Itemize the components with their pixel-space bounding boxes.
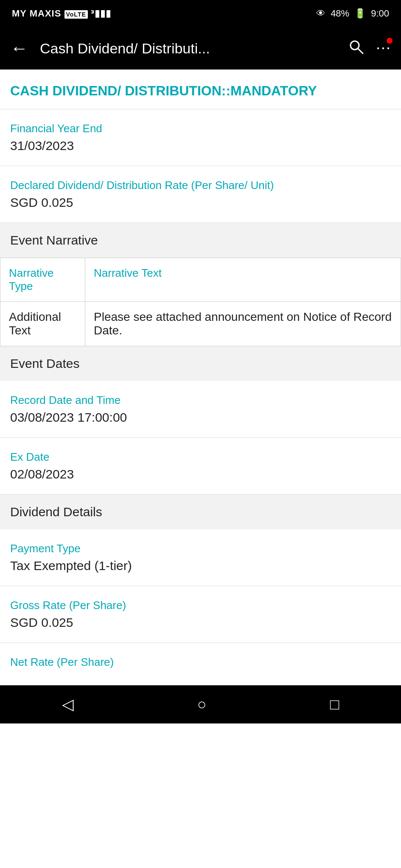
narrative-type-cell: Additional Text: [0, 302, 85, 346]
gross-rate-label: Gross Rate (Per Share): [10, 599, 391, 612]
payment-type-value: Tax Exempted (1-tier): [10, 559, 391, 573]
ex-date-label: Ex Date: [10, 451, 391, 464]
narrative-type-header: Narrative Type: [0, 258, 85, 302]
carrier-name: MY MAXIS: [12, 8, 61, 19]
financial-year-end-label: Financial Year End: [10, 122, 391, 135]
signal-strength: ᵌ▮▮▮: [91, 8, 111, 19]
record-date-label: Record Date and Time: [10, 394, 391, 407]
nav-bar: ← Cash Dividend/ Distributi... ⋯: [0, 27, 401, 70]
dividend-rate-section: Declared Dividend/ Distribution Rate (Pe…: [0, 166, 401, 223]
gross-rate-section: Gross Rate (Per Share) SGD 0.025: [0, 586, 401, 643]
back-nav-button[interactable]: ◁: [62, 696, 74, 713]
volte-badge: VoLTE: [64, 10, 88, 19]
financial-year-end-section: Financial Year End 31/03/2023: [0, 109, 401, 166]
narrative-text-cell: Please see attached announcement on Noti…: [85, 302, 401, 346]
page-title: CASH DIVIDEND/ DISTRIBUTION::MANDATORY: [0, 70, 401, 109]
net-rate-label: Net Rate (Per Share): [10, 656, 391, 669]
status-indicators: 👁 48% 🔋 9:00: [316, 8, 389, 19]
narrative-table: Narrative Type Narrative Text Additional…: [0, 258, 401, 346]
nav-icons: ⋯: [348, 39, 391, 58]
dividend-details-header: Dividend Details: [0, 495, 401, 529]
ex-date-section: Ex Date 02/08/2023: [0, 438, 401, 495]
more-button[interactable]: ⋯: [376, 39, 391, 57]
time: 9:00: [371, 8, 389, 19]
page-content: CASH DIVIDEND/ DISTRIBUTION::MANDATORY F…: [0, 70, 401, 685]
narrative-text-header: Narrative Text: [85, 258, 401, 302]
bottom-nav: ◁ ○ □: [0, 685, 401, 723]
record-date-value: 03/08/2023 17:00:00: [10, 410, 391, 425]
dividend-rate-label: Declared Dividend/ Distribution Rate (Pe…: [10, 179, 391, 192]
battery-icon: 🔋: [354, 8, 366, 19]
payment-type-label: Payment Type: [10, 542, 391, 555]
home-nav-button[interactable]: ○: [197, 696, 207, 713]
back-button[interactable]: ←: [10, 38, 28, 58]
eye-icon: 👁: [316, 8, 325, 19]
dividend-rate-value: SGD 0.025: [10, 195, 391, 210]
nav-title: Cash Dividend/ Distributi...: [40, 40, 340, 57]
status-bar: MY MAXIS VoLTE ᵌ▮▮▮ 👁 48% 🔋 9:00: [0, 0, 401, 27]
search-button[interactable]: [348, 39, 364, 58]
svg-line-1: [358, 49, 363, 53]
net-rate-section: Net Rate (Per Share): [0, 643, 401, 685]
event-narrative-header: Event Narrative: [0, 223, 401, 258]
battery-level: 48%: [331, 8, 349, 19]
recent-nav-button[interactable]: □: [330, 696, 339, 713]
ex-date-value: 02/08/2023: [10, 467, 391, 481]
notification-dot: [387, 38, 393, 44]
record-date-section: Record Date and Time 03/08/2023 17:00:00: [0, 381, 401, 438]
financial-year-end-value: 31/03/2023: [10, 139, 391, 153]
carrier-info: MY MAXIS VoLTE ᵌ▮▮▮: [12, 8, 111, 19]
gross-rate-value: SGD 0.025: [10, 615, 391, 630]
payment-type-section: Payment Type Tax Exempted (1-tier): [0, 529, 401, 586]
table-row: Additional Text Please see attached anno…: [0, 302, 401, 346]
event-dates-header: Event Dates: [0, 346, 401, 381]
